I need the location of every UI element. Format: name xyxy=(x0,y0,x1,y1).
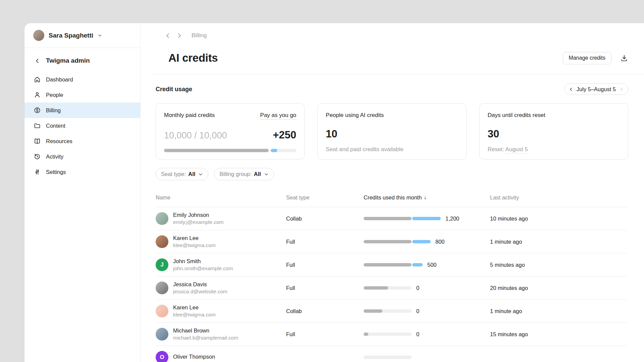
sidebar-title: Twigma admin xyxy=(46,57,90,64)
table-row: J John Smith john.smith@example.com Full… xyxy=(156,253,628,277)
sidebar-item-dashboard[interactable]: Dashboard xyxy=(24,72,140,87)
summary-cards: Monthly paid credits Pay as you go 10,00… xyxy=(156,103,628,160)
credits-bar-seat-fill xyxy=(364,309,382,313)
folder-icon xyxy=(34,122,41,129)
credits-bar-seat-fill xyxy=(364,263,412,266)
history-icon xyxy=(34,153,41,160)
member-email: john.smith@example.com xyxy=(173,265,233,272)
avatar xyxy=(156,212,168,225)
credits-bar-track xyxy=(364,263,412,266)
credits-bar-seat-fill xyxy=(364,240,412,243)
sidebar-item-label: People xyxy=(46,92,63,98)
chevron-down-icon xyxy=(198,172,203,177)
sidebar-item-content[interactable]: Content xyxy=(24,118,140,133)
credits-bar-paid-fill xyxy=(412,217,441,220)
column-header-seat-type: Seat type xyxy=(286,194,364,201)
chevron-right-icon xyxy=(176,33,182,39)
download-icon xyxy=(620,54,628,62)
column-header-name: Name xyxy=(156,194,286,201)
chevron-left-icon xyxy=(569,87,573,92)
credits-value: 500 xyxy=(427,262,437,268)
reset-label: Reset: xyxy=(488,146,504,153)
monthly-paid-credits-card: Monthly paid credits Pay as you go 10,00… xyxy=(156,103,305,160)
table-header: Name Seat type Credits used this month ↓… xyxy=(156,188,628,207)
credits-cell: 1,200 xyxy=(364,216,490,222)
sidebar-item-people[interactable]: People xyxy=(24,87,140,103)
credits-cell xyxy=(364,356,490,359)
progress-gap xyxy=(269,149,271,152)
filter-billing-group[interactable]: Billing group: All xyxy=(214,168,274,180)
chevron-left-icon xyxy=(165,33,171,39)
credits-cell: 800 xyxy=(364,239,490,245)
member-email: klee@twigma.com xyxy=(173,242,216,248)
seat-type-cell: Collab xyxy=(286,308,364,314)
member-name: Michael Brown xyxy=(173,327,238,334)
section-title: Credit usage xyxy=(156,86,192,93)
sidebar-back-button[interactable] xyxy=(34,57,41,64)
sidebar-item-label: Dashboard xyxy=(46,76,73,83)
column-header-last-activity: Last activity xyxy=(490,194,628,201)
breadcrumb: Billing xyxy=(165,32,628,39)
member-cell: Jessica Davis jessica.d@website.com xyxy=(156,281,286,295)
date-prev-button[interactable] xyxy=(569,87,573,92)
sidebar-item-resources[interactable]: Resources xyxy=(24,133,140,149)
sidebar-item-billing[interactable]: Billing xyxy=(24,103,140,118)
billing-icon xyxy=(34,107,41,114)
credits-cell: 0 xyxy=(364,308,490,314)
member-email: emily.j@example.com xyxy=(173,219,224,225)
table-row: Michael Brown michael.b@samplemail.com F… xyxy=(156,323,628,346)
credits-bar-track xyxy=(364,217,412,220)
credits-bar-track xyxy=(364,240,412,243)
last-activity-cell: 15 minutes ago xyxy=(490,331,628,338)
member-name: Karen Lee xyxy=(173,304,216,311)
user-name: Sara Spaghetti xyxy=(49,32,93,39)
people-card-subtitle: Seat and paid credits available xyxy=(326,146,458,153)
credit-usage-header: Credit usage July 5–August 5 xyxy=(156,83,628,95)
person-icon xyxy=(34,91,41,99)
avatar: J xyxy=(156,258,168,271)
table-body: Emily Johnson emily.j@example.com Collab… xyxy=(156,207,628,362)
main-content: Billing AI credits Manage credits Credit… xyxy=(141,23,644,362)
last-activity-cell: 5 minutes ago xyxy=(490,262,628,268)
sidebar-item-settings[interactable]: Settings xyxy=(24,164,140,180)
credits-bar-seat-fill xyxy=(364,286,388,290)
avatar xyxy=(156,235,168,248)
table-row: Karen Lee klee@twigma.com Full 800 1 min… xyxy=(156,230,628,253)
monthly-credits-value: 10,000 / 10,000 xyxy=(164,130,227,141)
date-range-picker[interactable]: July 5–August 5 xyxy=(564,83,628,95)
sidebar-item-activity[interactable]: Activity xyxy=(24,149,140,164)
member-cell: O Oliver Thompson xyxy=(156,351,286,362)
date-range-label: July 5–August 5 xyxy=(577,86,616,93)
credits-cell: 0 xyxy=(364,331,490,338)
table-filters: Seat type: All Billing group: All xyxy=(156,168,628,180)
last-activity-cell: 10 minutes ago xyxy=(490,216,628,222)
chevron-left-icon xyxy=(35,58,40,64)
column-header-credits-sort[interactable]: Credits used this month ↓ xyxy=(364,194,490,201)
download-button[interactable] xyxy=(620,54,628,62)
filter-seat-type[interactable]: Seat type: All xyxy=(156,168,208,180)
sidebar-item-label: Activity xyxy=(46,154,63,160)
pay-as-you-go-link[interactable]: Pay as you go xyxy=(260,112,297,120)
credits-value: 0 xyxy=(416,331,419,338)
manage-credits-button[interactable]: Manage credits xyxy=(563,52,611,64)
chevron-right-icon xyxy=(619,87,624,92)
account-switcher[interactable]: Sara Spaghetti xyxy=(24,23,140,48)
date-next-button[interactable] xyxy=(619,87,624,92)
member-name: Karen Lee xyxy=(173,235,216,241)
reset-date-link[interactable]: August 5 xyxy=(505,146,528,154)
page-header: AI credits Manage credits xyxy=(168,52,628,64)
chevron-down-icon xyxy=(98,33,102,38)
breadcrumb-back-button[interactable] xyxy=(165,33,171,39)
user-avatar xyxy=(33,30,44,41)
breadcrumb-forward-button[interactable] xyxy=(176,33,182,39)
seat-type-cell: Full xyxy=(286,285,364,291)
credits-table: Name Seat type Credits used this month ↓… xyxy=(156,180,628,362)
filter-label: Seat type: xyxy=(161,171,186,177)
member-email: michael.b@samplemail.com xyxy=(173,335,238,341)
app-window: Sara Spaghetti Twigma admin Dashboard Pe… xyxy=(24,23,644,362)
avatar xyxy=(156,282,168,294)
card-title: Monthly paid credits xyxy=(164,112,215,119)
last-activity-cell: 1 minute ago xyxy=(490,239,628,245)
sliders-icon xyxy=(34,168,41,176)
credits-bar-track xyxy=(364,286,412,290)
